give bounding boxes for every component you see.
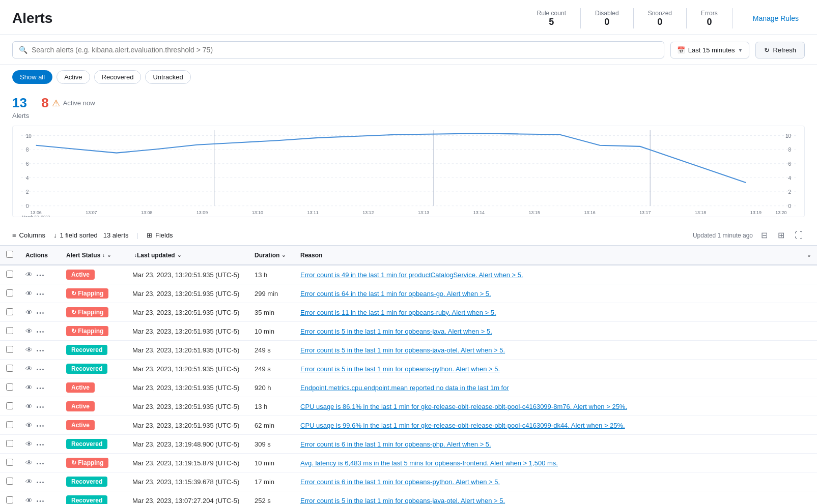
row-checkbox[interactable] xyxy=(6,327,13,334)
row-duration-cell: 35 min xyxy=(248,303,294,322)
row-last-updated-cell: Mar 23, 2023, 13:20:51.935 (UTC-5) xyxy=(126,378,248,397)
table-row: 👁 ••• Active Mar 23, 2023, 13:20:51.935 … xyxy=(0,416,817,435)
col-header-status[interactable]: Alert Status ↓ ⌄ xyxy=(60,246,126,265)
more-actions-icon[interactable]: ••• xyxy=(37,442,45,448)
more-actions-icon[interactable]: ••• xyxy=(37,329,45,335)
table-row: 👁 ••• Active Mar 23, 2023, 13:20:51.935 … xyxy=(0,378,817,397)
row-reason-cell: Error count is 5 in the last 1 min for o… xyxy=(294,322,817,341)
eye-icon[interactable]: 👁 xyxy=(25,346,33,354)
more-actions-icon[interactable]: ••• xyxy=(37,291,45,297)
reason-link[interactable]: Error count is 6 in the last 1 min for o… xyxy=(300,440,491,448)
fullscreen-button[interactable]: ⛶ xyxy=(793,230,805,241)
density-view-button[interactable]: ⊟ xyxy=(759,229,770,241)
row-last-updated-cell: Mar 23, 2023, 13:07:27.204 (UTC-5) xyxy=(126,491,248,505)
row-checkbox[interactable] xyxy=(6,346,13,353)
more-actions-icon[interactable]: ••• xyxy=(37,480,45,485)
row-checkbox[interactable] xyxy=(6,271,13,278)
svg-text:13:19: 13:19 xyxy=(750,210,762,215)
more-actions-icon[interactable]: ••• xyxy=(37,310,45,316)
row-checkbox[interactable] xyxy=(6,383,13,391)
row-checkbox[interactable] xyxy=(6,440,13,447)
reason-link[interactable]: Error count is 5 in the last 1 min for o… xyxy=(300,365,500,373)
chevron-down-icon: ▼ xyxy=(738,47,743,53)
eye-icon[interactable]: 👁 xyxy=(25,496,33,504)
eye-icon[interactable]: 👁 xyxy=(25,308,33,316)
eye-icon[interactable]: 👁 xyxy=(25,402,33,410)
more-actions-icon[interactable]: ••• xyxy=(37,273,45,278)
filter-show-all[interactable]: Show all xyxy=(12,70,52,84)
svg-text:8: 8 xyxy=(788,147,792,153)
table-controls: ≡ Columns ↓ 1 field sorted 13 alerts | ⊞… xyxy=(0,225,817,246)
filter-recovered[interactable]: Recovered xyxy=(94,70,142,84)
row-actions-cell: 👁 ••• xyxy=(19,265,60,284)
more-actions-icon[interactable]: ••• xyxy=(37,404,45,410)
fields-button[interactable]: ⊞ Fields xyxy=(147,231,173,239)
filter-untracked[interactable]: Untracked xyxy=(145,70,190,84)
row-checkbox[interactable] xyxy=(6,421,13,428)
columns-button[interactable]: ≡ Columns xyxy=(12,231,45,239)
warning-icon: ⚠ xyxy=(52,98,60,109)
grid-view-button[interactable]: ⊞ xyxy=(776,229,786,241)
reason-link[interactable]: Error count is 64 in the last 1 min for … xyxy=(300,290,491,298)
eye-icon[interactable]: 👁 xyxy=(25,478,33,486)
reason-link[interactable]: CPU usage is 99.6% in the last 1 min for… xyxy=(300,422,625,429)
select-all-checkbox[interactable] xyxy=(6,251,13,258)
eye-icon[interactable]: 👁 xyxy=(25,440,33,448)
row-checkbox-cell xyxy=(0,435,19,454)
reason-link[interactable]: CPU usage is 86.1% in the last 1 min for… xyxy=(300,403,627,410)
alerts-table: Actions Alert Status ↓ ⌄ ↓ Last updated … xyxy=(0,246,817,504)
more-actions-icon[interactable]: ••• xyxy=(37,423,45,429)
reason-link[interactable]: Error count is 5 in the last 1 min for o… xyxy=(300,497,505,505)
refresh-button[interactable]: ↻ Refresh xyxy=(755,42,805,58)
reason-link[interactable]: Error count is 11 in the last 1 min for … xyxy=(300,309,496,316)
chevron-icon3: ⌄ xyxy=(281,252,286,258)
svg-text:13:11: 13:11 xyxy=(307,210,318,215)
sort-info-label: 1 field sorted 13 alerts xyxy=(60,231,128,239)
row-checkbox[interactable] xyxy=(6,402,13,409)
more-actions-icon[interactable]: ••• xyxy=(37,348,45,353)
reason-link[interactable]: Error count is 5 in the last 1 min for o… xyxy=(300,328,492,335)
svg-text:10: 10 xyxy=(26,133,32,139)
col-header-last-updated[interactable]: ↓ Last updated ⌄ xyxy=(126,246,248,265)
manage-rules-button[interactable]: Manage Rules xyxy=(747,11,805,25)
stat-divider3 xyxy=(686,8,687,28)
eye-icon[interactable]: 👁 xyxy=(25,365,33,373)
eye-icon[interactable]: 👁 xyxy=(25,383,33,392)
date-picker-button[interactable]: 📅 Last 15 minutes ▼ xyxy=(670,42,750,58)
status-badge: Active xyxy=(66,401,95,411)
row-checkbox[interactable] xyxy=(6,308,13,315)
page-title: Alerts xyxy=(12,10,52,26)
status-badge: ↻ Flapping xyxy=(66,307,108,317)
sort-info-button[interactable]: ↓ 1 field sorted 13 alerts xyxy=(53,231,129,239)
refresh-label: Refresh xyxy=(773,46,796,54)
stat-rule-count-label: Rule count xyxy=(537,10,566,17)
row-actions-cell: 👁 ••• xyxy=(19,284,60,303)
more-actions-icon[interactable]: ••• xyxy=(37,461,45,466)
row-checkbox[interactable] xyxy=(6,478,13,485)
status-badge: Recovered xyxy=(66,495,107,504)
reason-link[interactable]: Avg. latency is 6,483 ms in the last 5 m… xyxy=(300,459,558,467)
row-duration-cell: 13 h xyxy=(248,265,294,284)
col-header-duration[interactable]: Duration ⌄ xyxy=(248,246,294,265)
reason-link[interactable]: Endpoint.metrics.cpu.endpoint.mean repor… xyxy=(300,384,509,392)
eye-icon[interactable]: 👁 xyxy=(25,289,33,298)
eye-icon[interactable]: 👁 xyxy=(25,459,33,467)
eye-icon[interactable]: 👁 xyxy=(25,327,33,335)
reason-link[interactable]: Error count is 6 in the last 1 min for o… xyxy=(300,478,500,486)
eye-icon[interactable]: 👁 xyxy=(25,421,33,429)
row-checkbox[interactable] xyxy=(6,289,13,297)
row-checkbox-cell xyxy=(0,491,19,505)
more-actions-icon[interactable]: ••• xyxy=(37,367,45,372)
row-checkbox[interactable] xyxy=(6,365,13,372)
svg-text:13:12: 13:12 xyxy=(362,210,374,215)
more-actions-icon[interactable]: ••• xyxy=(37,386,45,391)
row-checkbox[interactable] xyxy=(6,496,13,503)
reason-link[interactable]: Error count is 49 in the last 1 min for … xyxy=(300,271,523,279)
more-actions-icon[interactable]: ••• xyxy=(37,498,45,504)
filter-active[interactable]: Active xyxy=(57,70,90,84)
reason-link[interactable]: Error count is 5 in the last 1 min for o… xyxy=(300,346,505,354)
svg-text:13:07: 13:07 xyxy=(86,210,97,215)
eye-icon[interactable]: 👁 xyxy=(25,271,33,279)
search-input[interactable] xyxy=(32,46,658,54)
row-checkbox[interactable] xyxy=(6,459,13,466)
